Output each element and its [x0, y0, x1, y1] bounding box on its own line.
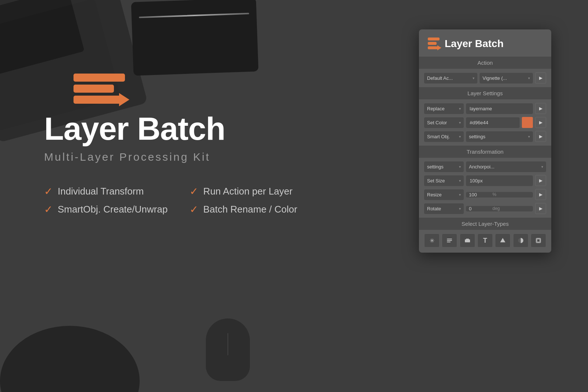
- hero-content: Layer Batch Multi-Layer Processing Kit ✓…: [44, 74, 313, 215]
- layer-type-pixel[interactable]: [460, 234, 475, 247]
- layername-input[interactable]: layername: [466, 103, 533, 114]
- check-icon-4: ✓: [190, 203, 198, 215]
- layer-types-row: ✳ T: [419, 230, 551, 253]
- action-set-dropdown[interactable]: Default Ac... ▾: [424, 73, 477, 83]
- replace-row: Replace ▾ layername ▶: [424, 103, 546, 114]
- layer-type-shape[interactable]: [495, 234, 510, 247]
- color-swatch[interactable]: [522, 117, 533, 128]
- select-layer-types-header: Select Layer-Types: [419, 218, 551, 230]
- rotate-dropdown[interactable]: Rotate ▾: [424, 203, 464, 214]
- transformation-section-body: settings ▾ Anchorpoi... ▾ Set Size ▾ 100…: [419, 158, 551, 218]
- bg-bag-zipper: [139, 13, 249, 18]
- svg-rect-7: [537, 239, 540, 242]
- layer-type-all[interactable]: ✳: [424, 234, 440, 247]
- chevron-icon-10: ▾: [459, 193, 461, 197]
- rotate-unit: deg: [492, 206, 500, 211]
- feature-label-1: Individual Transform: [58, 186, 144, 197]
- action-row: Default Ac... ▾ Vignette (... ▾ ▶: [424, 72, 546, 83]
- settings-dropdown[interactable]: settings ▾: [424, 161, 464, 172]
- replace-run-button[interactable]: ▶: [535, 103, 546, 114]
- layer-type-smartobj[interactable]: [531, 234, 546, 247]
- set-size-run-button[interactable]: ▶: [535, 175, 546, 186]
- resize-input[interactable]: [469, 192, 491, 197]
- app-subtitle: Multi-Layer Processing Kit: [44, 151, 210, 163]
- resize-input-group: %: [466, 192, 533, 197]
- smart-obj-run-button[interactable]: ▶: [535, 131, 546, 142]
- rotate-run-button[interactable]: ▶: [535, 203, 546, 214]
- check-icon-3: ✓: [44, 203, 53, 215]
- plugin-panel: Layer Batch Action Default Ac... ▾ Vigne…: [419, 29, 551, 253]
- bg-mouse-scroll: [227, 333, 228, 355]
- svg-rect-1: [447, 240, 452, 241]
- smart-obj-action-dropdown[interactable]: settings ▾: [466, 131, 533, 142]
- layer-type-text[interactable]: T: [477, 234, 493, 247]
- feature-item-4: ✓ Batch Rename / Color: [190, 203, 313, 215]
- layer-type-adjustment[interactable]: [513, 234, 528, 247]
- settings-anchor-row: settings ▾ Anchorpoi... ▾: [424, 161, 546, 172]
- chevron-icon-11: ▾: [459, 207, 461, 211]
- set-size-dropdown[interactable]: Set Size ▾: [424, 175, 464, 186]
- panel-logo-bar-1: [428, 38, 440, 40]
- panel-title: Layer Batch: [445, 38, 503, 50]
- svg-rect-4: [466, 239, 469, 240]
- bg-bag: [131, 0, 259, 76]
- svg-rect-3: [465, 239, 470, 242]
- resize-dropdown[interactable]: Resize ▾: [424, 189, 464, 200]
- set-color-dropdown[interactable]: Set Color ▾: [424, 117, 464, 128]
- feature-label-2: Run Action per Layer: [203, 186, 293, 197]
- svg-rect-2: [447, 242, 451, 242]
- set-color-row: Set Color ▾ #d96e44 ▶: [424, 117, 546, 128]
- chevron-icon-7: ▾: [459, 165, 461, 169]
- set-color-run-button[interactable]: ▶: [535, 117, 546, 128]
- replace-dropdown[interactable]: Replace ▾: [424, 103, 464, 114]
- resize-row: Resize ▾ % ▶: [424, 189, 546, 200]
- resize-run-button[interactable]: ▶: [535, 189, 546, 200]
- resize-unit: %: [492, 192, 496, 197]
- action-section-header: Action: [419, 57, 551, 69]
- rotate-input[interactable]: [469, 206, 491, 211]
- svg-marker-5: [500, 238, 505, 242]
- layer-settings-body: Replace ▾ layername ▶ Set Color ▾ #d96e4…: [419, 99, 551, 146]
- feature-item-3: ✓ SmartObj. Create/Unwrap: [44, 203, 168, 215]
- chevron-icon-1: ▾: [473, 76, 474, 80]
- feature-label-4: Batch Rename / Color: [203, 204, 297, 215]
- panel-logo-bar-2: [428, 42, 437, 45]
- feature-item-1: ✓ Individual Transform: [44, 185, 168, 197]
- logo-bar-3: [74, 96, 121, 104]
- smart-obj-dropdown[interactable]: Smart Obj. ▾: [424, 131, 464, 142]
- set-size-input[interactable]: 100px: [466, 175, 533, 186]
- bg-mouse: [206, 318, 250, 381]
- chevron-icon-2: ▾: [528, 76, 530, 80]
- set-size-row: Set Size ▾ 100px ▶: [424, 175, 546, 186]
- svg-rect-0: [447, 239, 452, 239]
- action-section-body: Default Ac... ▾ Vignette (... ▾ ▶: [419, 69, 551, 87]
- panel-header: Layer Batch: [419, 29, 551, 57]
- smart-obj-row: Smart Obj. ▾ settings ▾ ▶: [424, 131, 546, 142]
- chevron-icon-4: ▾: [459, 121, 461, 125]
- anchorpoint-dropdown[interactable]: Anchorpoi... ▾: [466, 161, 546, 172]
- chevron-icon-3: ▾: [459, 107, 461, 111]
- logo-icon: [74, 74, 125, 104]
- transformation-section-header: Transformation: [419, 146, 551, 158]
- check-icon-2: ✓: [190, 185, 198, 197]
- rotate-row: Rotate ▾ deg ▶: [424, 203, 546, 214]
- check-icon-1: ✓: [44, 185, 53, 197]
- panel-logo-icon: [428, 38, 440, 50]
- logo-bar-2: [74, 85, 114, 93]
- chevron-icon-9: ▾: [459, 179, 461, 183]
- logo-bar-1: [74, 74, 125, 82]
- layer-type-group[interactable]: [442, 234, 457, 247]
- app-title: Layer Batch: [44, 113, 225, 145]
- color-hex-input[interactable]: #d96e44: [466, 117, 520, 128]
- chevron-icon-5: ▾: [459, 135, 461, 139]
- action-run-button[interactable]: ▶: [535, 72, 546, 83]
- layer-settings-header: Layer Settings: [419, 87, 551, 99]
- chevron-icon-6: ▾: [528, 135, 530, 139]
- feature-label-3: SmartObj. Create/Unwrap: [58, 204, 168, 215]
- chevron-icon-8: ▾: [541, 165, 543, 169]
- features-grid: ✓ Individual Transform ✓ Run Action per …: [44, 185, 313, 215]
- bg-laptop-screen: [0, 0, 85, 76]
- action-name-dropdown[interactable]: Vignette (... ▾: [480, 73, 533, 83]
- rotate-input-group: deg: [466, 206, 533, 211]
- panel-logo-bar-3: [428, 46, 438, 49]
